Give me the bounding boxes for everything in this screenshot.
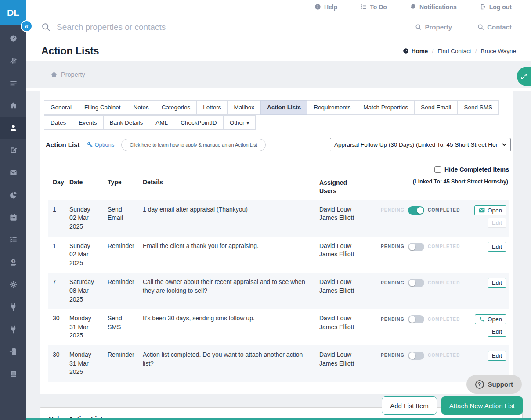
- add-list-item-button[interactable]: Add List Item: [382, 396, 437, 415]
- dashboard-icon: [403, 48, 409, 54]
- tab-checkpointid[interactable]: CheckPointID: [174, 115, 224, 130]
- tab-action-lists[interactable]: Action Lists: [260, 100, 307, 115]
- tab-categories[interactable]: Categories: [155, 100, 197, 115]
- cell-date: Saturday 08 Mar 2025: [65, 278, 103, 304]
- edit-button[interactable]: Edit: [488, 242, 506, 252]
- status-toggle[interactable]: [408, 279, 424, 287]
- open-email-button[interactable]: Open: [474, 205, 506, 215]
- bell-icon: [410, 4, 416, 10]
- sidebar-item-contacts[interactable]: [0, 117, 26, 139]
- sidebar-collapse-button[interactable]: «: [21, 20, 33, 32]
- sidebar-item-compose[interactable]: [0, 139, 26, 162]
- cell-type: Send Email: [103, 205, 138, 223]
- sidebar-item-settings[interactable]: [0, 273, 26, 296]
- context-property-link[interactable]: Property: [51, 71, 85, 78]
- help-button[interactable]: Help: [314, 4, 337, 11]
- action-list-select[interactable]: Appraisal Follow Up (30 Days) (Linked To…: [330, 138, 511, 151]
- contacts-icon: [9, 124, 18, 132]
- contact-card: General Filing Cabinet Notes Categories …: [40, 91, 513, 394]
- tab-bank-details[interactable]: Bank Details: [103, 115, 150, 130]
- logout-button[interactable]: Log out: [480, 4, 512, 11]
- cell-actions: Edit: [465, 278, 509, 288]
- action-list-title: Action List: [46, 141, 80, 148]
- tab-letters[interactable]: Letters: [196, 100, 228, 115]
- sidebar-item-payments[interactable]: $: [0, 251, 26, 273]
- sidebar-item-tasks[interactable]: [0, 229, 26, 251]
- header-assigned-users: Assigned Users: [319, 179, 350, 195]
- sidebar-item-mail[interactable]: [0, 162, 26, 184]
- calendar-icon: [9, 213, 18, 222]
- completed-label: COMPLETED: [428, 352, 460, 359]
- hide-completed-row: Hide Completed Items: [48, 166, 509, 173]
- breadcrumb-home[interactable]: Home: [403, 48, 428, 54]
- status-toggle[interactable]: [408, 243, 424, 251]
- tab-dates[interactable]: Dates: [44, 115, 72, 130]
- sidebar-item-plug-2[interactable]: [0, 318, 26, 341]
- settings-icon: [9, 280, 18, 289]
- edit-button[interactable]: Edit: [488, 278, 506, 288]
- todo-icon: [360, 4, 367, 10]
- breadcrumb-contact-name[interactable]: Bruce Wayne: [480, 48, 516, 54]
- cell-type: Reminder: [103, 242, 138, 251]
- search-icon: [477, 24, 484, 30]
- sidebar-item-reports[interactable]: [0, 184, 26, 206]
- search-scope-property[interactable]: Property: [415, 23, 452, 31]
- breadcrumb-find-contact[interactable]: Find Contact: [437, 48, 471, 54]
- open-sms-button[interactable]: Open: [475, 314, 506, 324]
- library-icon: [9, 370, 18, 378]
- action-list-select-wrap: Appraisal Follow Up (30 Days) (Linked To…: [330, 138, 511, 151]
- sidebar-item-plug[interactable]: [0, 296, 26, 318]
- tab-notes[interactable]: Notes: [127, 100, 155, 115]
- tab-mailbox[interactable]: Mailbox: [227, 100, 261, 115]
- completed-label: COMPLETED: [428, 207, 460, 213]
- hide-completed-checkbox[interactable]: [434, 166, 441, 173]
- support-button[interactable]: ? Support: [466, 375, 522, 394]
- scope-property-label: Property: [425, 23, 452, 31]
- status-toggle[interactable]: [408, 206, 424, 215]
- search-scope-contact[interactable]: Contact: [477, 23, 512, 31]
- sidebar-item-library[interactable]: [0, 363, 26, 385]
- tab-events[interactable]: Events: [72, 115, 103, 130]
- home-icon: [9, 101, 18, 110]
- support-label: Support: [488, 381, 513, 388]
- cell-assigned-users: David LouwJames Elliott: [315, 314, 376, 331]
- help-label: Help: [324, 4, 337, 11]
- tab-requirements[interactable]: Requirements: [307, 100, 357, 115]
- linked-to-label: (Linked To: 45 Short Street Hornsby): [376, 179, 509, 185]
- sidebar-item-menu[interactable]: [0, 72, 26, 94]
- edit-button[interactable]: Edit: [488, 327, 506, 337]
- edit-button[interactable]: Edit: [488, 351, 506, 361]
- tab-filing-cabinet[interactable]: Filing Cabinet: [78, 100, 127, 115]
- search-icon: [41, 22, 51, 32]
- status-toggle[interactable]: [408, 315, 424, 323]
- sidebar-item-home[interactable]: [0, 94, 26, 117]
- info-icon: [314, 4, 321, 10]
- learn-action-list-button[interactable]: Click here to learn how to apply & manag…: [121, 139, 265, 151]
- notifications-button[interactable]: Notifications: [410, 4, 457, 11]
- tab-other[interactable]: Other▾: [223, 115, 256, 130]
- plug-icon: [9, 303, 18, 311]
- tab-send-email[interactable]: Send Email: [414, 100, 458, 115]
- sidebar-item-filters[interactable]: [0, 50, 26, 72]
- cell-status: PENDING COMPLETED: [376, 314, 465, 323]
- cell-assigned-users: David LouwJames Elliott: [315, 278, 376, 295]
- todo-button[interactable]: To Do: [360, 4, 387, 11]
- sidebar-item-phone-add[interactable]: [0, 341, 26, 363]
- pending-label: PENDING: [381, 316, 405, 323]
- search-input[interactable]: [57, 22, 390, 32]
- tab-send-sms[interactable]: Send SMS: [457, 100, 499, 115]
- tab-match-properties[interactable]: Match Properties: [357, 100, 415, 115]
- content-area: General Filing Cabinet Notes Categories …: [26, 91, 531, 420]
- cell-day: 1: [48, 205, 65, 214]
- action-list-table: Hide Completed Items Day Date Type Detai…: [40, 166, 513, 394]
- attach-new-action-list-button[interactable]: Attach New Action List: [441, 396, 523, 415]
- tab-aml[interactable]: AML: [149, 115, 174, 130]
- options-link[interactable]: Options: [87, 141, 115, 148]
- expand-panel-button[interactable]: [517, 67, 531, 86]
- app-window: DL $ « Help: [0, 0, 531, 420]
- cell-actions: Edit: [465, 351, 509, 361]
- sidebar-item-calendar[interactable]: [0, 206, 26, 229]
- sidebar-nav: $: [0, 25, 26, 385]
- tab-general[interactable]: General: [44, 100, 78, 115]
- status-toggle[interactable]: [408, 352, 424, 360]
